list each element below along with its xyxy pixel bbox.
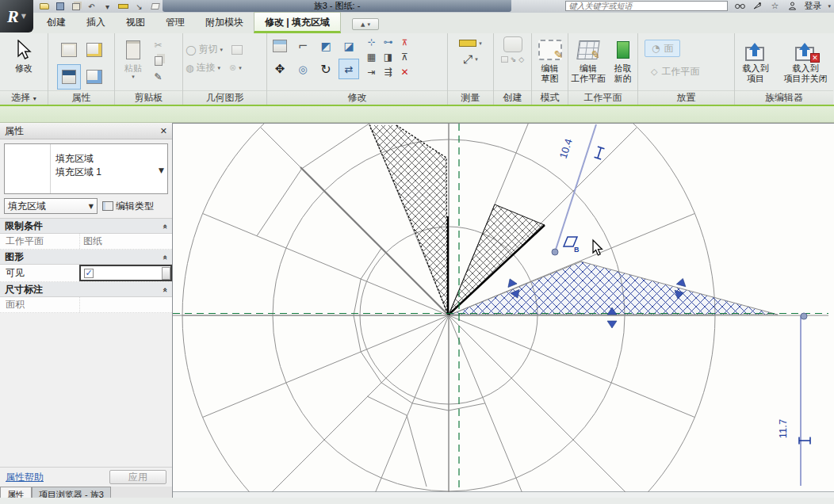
rotate-icon: ↻ xyxy=(320,62,331,77)
property-row-workplane[interactable]: 工作平面 图纸 xyxy=(0,234,172,250)
type-selector-dropdown-icon[interactable]: ▼ xyxy=(159,166,164,174)
app-menu-button[interactable]: R▼ xyxy=(0,0,33,32)
dimension-tool[interactable]: ⤢▾ xyxy=(463,52,478,67)
trim-extend-edit-tool[interactable]: ◪ xyxy=(339,36,359,56)
cut-to-clipboard-icon[interactable]: ✂ xyxy=(151,39,165,52)
align-selected-tool[interactable]: ⇄ xyxy=(339,59,359,79)
properties-palette-button[interactable] xyxy=(57,64,81,90)
dimension-value-right[interactable]: 11.7 xyxy=(777,419,789,438)
sync-button[interactable] xyxy=(70,2,82,12)
measure-button[interactable] xyxy=(117,2,129,12)
mirror-line-tool[interactable]: ⇶ xyxy=(381,66,395,78)
collapse-chevron-icon[interactable]: « xyxy=(161,254,170,258)
associate-parameter-button[interactable] xyxy=(162,267,170,280)
copy-tool[interactable]: ◎ xyxy=(293,59,313,79)
create-group-icon[interactable] xyxy=(503,36,522,52)
panel-modify: ⌐ ◩ ◪ ✥ ◎ ↻ ⇄ ⊹ ⊶ ⊼ ▦ ◨ ⊼ ⇥ ⇶ ✕ 修改 xyxy=(267,33,448,105)
properties-palette-header[interactable]: 属性 ✕ xyxy=(0,123,172,139)
properties-help-link[interactable]: 属性帮助 xyxy=(6,471,44,484)
mirror-axis-tool[interactable]: ⇥ xyxy=(365,66,378,78)
offset-tool[interactable]: ⌐ xyxy=(293,36,313,56)
edit-workplane-button[interactable]: ✎ 编辑 工作平面 xyxy=(571,36,606,83)
search-icon[interactable] xyxy=(734,2,745,11)
save-button[interactable] xyxy=(54,2,66,12)
open-button[interactable] xyxy=(38,2,50,12)
unjoin-geometry-icon[interactable]: ⊗ xyxy=(229,63,236,73)
panel-label-select[interactable]: 选择 ▾ xyxy=(0,90,48,105)
line-endpoint-handle-right[interactable] xyxy=(801,313,807,319)
load-into-project-button[interactable]: 载入到 项目 xyxy=(737,36,774,83)
tab-manage[interactable]: 管理 xyxy=(155,13,195,33)
tab-insert[interactable]: 插入 xyxy=(76,13,116,33)
panel-mode: ✎ 编辑 草图 模式 xyxy=(532,33,568,105)
tab-addins[interactable]: 附加模块 xyxy=(195,13,254,33)
match-type-brush-icon[interactable]: ✎ xyxy=(151,71,165,83)
instance-filter-combo[interactable]: 填充区域 ▼ xyxy=(4,198,98,214)
split-gap-tool[interactable]: ⊶ xyxy=(381,36,395,48)
tab-project-browser[interactable]: 项目浏览器 - 族3 xyxy=(32,487,111,498)
section-dimensions[interactable]: 尺寸标注 « xyxy=(0,282,172,297)
unpin-tool[interactable]: ⊼ xyxy=(398,36,411,48)
ribbon-state-toggle[interactable]: ▲▾ xyxy=(352,18,379,30)
modify-tool-button[interactable]: 修改 xyxy=(3,36,44,73)
edit-type-button[interactable]: 编辑类型 xyxy=(102,200,154,213)
split-element-tool[interactable]: ⊹ xyxy=(365,36,378,48)
edit-sketch-button[interactable]: ✎ 编辑 草图 xyxy=(534,36,565,83)
tab-view[interactable]: 视图 xyxy=(116,13,155,33)
tag-button[interactable] xyxy=(149,2,161,12)
dimension-text-grip-top[interactable] xyxy=(595,147,605,159)
undo-button[interactable]: ↶ xyxy=(86,2,98,12)
trim-corner-icon: ◩ xyxy=(320,40,331,52)
type-selector[interactable]: 填充区域 填充区域 1 ▼ xyxy=(4,143,168,194)
sign-in-button[interactable]: 登录 xyxy=(804,0,821,12)
delete-tool[interactable]: ✕ xyxy=(398,66,411,78)
aligned-dimension-button[interactable]: ↘ xyxy=(133,2,145,12)
create-arrow-icon[interactable]: ⇘ xyxy=(511,55,517,63)
property-row-visible[interactable]: 可见 ✓ xyxy=(0,265,172,282)
tab-properties[interactable]: 属性 xyxy=(0,487,32,498)
user-icon[interactable] xyxy=(786,2,798,11)
copy-to-clipboard-icon[interactable] xyxy=(151,55,165,67)
redo-button[interactable]: ▾ xyxy=(101,2,113,12)
communication-center-icon[interactable] xyxy=(752,2,763,11)
pick-new-workplane-button[interactable]: 拾取 新的 xyxy=(610,36,635,83)
trim-corner-tool[interactable]: ◩ xyxy=(316,36,336,56)
visible-value-cell[interactable]: ✓ xyxy=(79,265,172,281)
cut-geometry-extra-icon[interactable] xyxy=(231,45,243,55)
family-connections-button[interactable] xyxy=(82,64,106,90)
search-input[interactable] xyxy=(565,1,728,11)
line-endpoint-handle[interactable] xyxy=(552,249,558,255)
folder-icon xyxy=(40,3,49,10)
rotate-tool[interactable]: ↻ xyxy=(316,59,336,79)
drawing-area[interactable]: 10.4 11.7 B xyxy=(173,123,834,491)
array-tool[interactable]: ▦ xyxy=(365,51,378,63)
move-tool[interactable]: ✥ xyxy=(270,59,290,79)
scale-tool[interactable]: ◨ xyxy=(381,51,395,63)
create-assembly-icon[interactable]: ◇ xyxy=(518,55,524,63)
align-tool[interactable] xyxy=(270,36,290,56)
section-graphics[interactable]: 图形 « xyxy=(0,250,172,265)
place-on-workplane-button[interactable]: ◇ 工作平面 xyxy=(645,63,706,80)
collapse-chevron-icon[interactable]: « xyxy=(161,287,170,291)
apply-button[interactable]: 应用 xyxy=(109,470,166,484)
place-on-face-button[interactable]: ◔ 面 xyxy=(645,40,680,57)
family-category-button[interactable] xyxy=(57,37,81,63)
tab-modify-filled-region[interactable]: 修改 | 填充区域 xyxy=(254,12,341,33)
property-row-area[interactable]: 面积 xyxy=(0,297,172,313)
create-similar-icon[interactable] xyxy=(501,56,508,63)
close-icon[interactable]: ✕ xyxy=(160,126,167,136)
family-types-button[interactable] xyxy=(82,37,106,63)
pin-tool[interactable]: ⊼ xyxy=(398,51,411,63)
paste-button[interactable]: 粘贴 ▾ xyxy=(117,36,149,80)
join-geometry-button[interactable]: ◍连接▾ ⊗▾ xyxy=(186,61,242,74)
collapse-chevron-icon[interactable]: « xyxy=(161,223,170,227)
dimension-value-top[interactable]: 10.4 xyxy=(557,137,575,160)
measure-tool[interactable]: ▾ xyxy=(459,40,482,47)
tab-create[interactable]: 创建 xyxy=(36,13,76,33)
visible-checkbox[interactable]: ✓ xyxy=(84,269,94,278)
drawing-canvas[interactable]: 10.4 11.7 B xyxy=(173,124,828,492)
favorites-star-icon[interactable]: ☆ xyxy=(769,2,780,11)
load-into-project-and-close-button[interactable]: ✕ 载入到 项目并关闭 xyxy=(780,36,831,83)
section-constraints[interactable]: 限制条件 « xyxy=(0,219,172,234)
cut-geometry-button[interactable]: ◯剪切▾ xyxy=(186,43,243,56)
